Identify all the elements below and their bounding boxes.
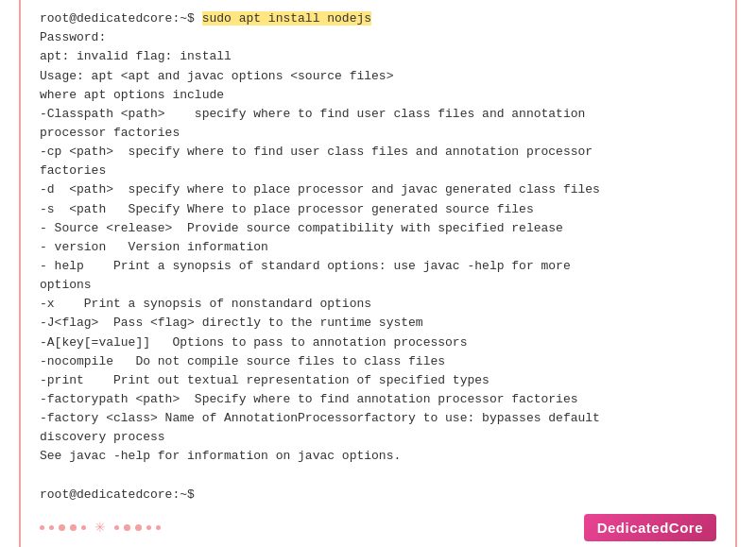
dot-7	[124, 524, 130, 531]
bottom-bar: ✳ DedicatedCore	[40, 514, 716, 541]
terminal-text: root@dedicatedcore:~$ sudo apt install n…	[40, 9, 716, 504]
dot-10	[156, 525, 161, 530]
dot-9	[146, 525, 151, 530]
dot-4	[70, 524, 77, 531]
snowflake-icon: ✳	[94, 520, 106, 535]
highlighted-command: sudo apt install nodejs	[202, 11, 371, 26]
dot-2	[49, 525, 54, 530]
dot-5	[81, 525, 86, 530]
prompt-prefix: root@dedicatedcore:~$	[40, 11, 202, 26]
terminal-window: root@dedicatedcore:~$ sudo apt install n…	[19, 0, 737, 547]
dot-3	[59, 524, 65, 531]
dot-6	[114, 525, 119, 530]
dot-1	[40, 525, 44, 530]
terminal-output: Password: apt: invalid flag: install Usa…	[40, 30, 600, 501]
brand-badge: DedicatedCore	[584, 514, 716, 541]
dots-decoration: ✳	[40, 520, 161, 535]
dot-8	[135, 524, 142, 531]
